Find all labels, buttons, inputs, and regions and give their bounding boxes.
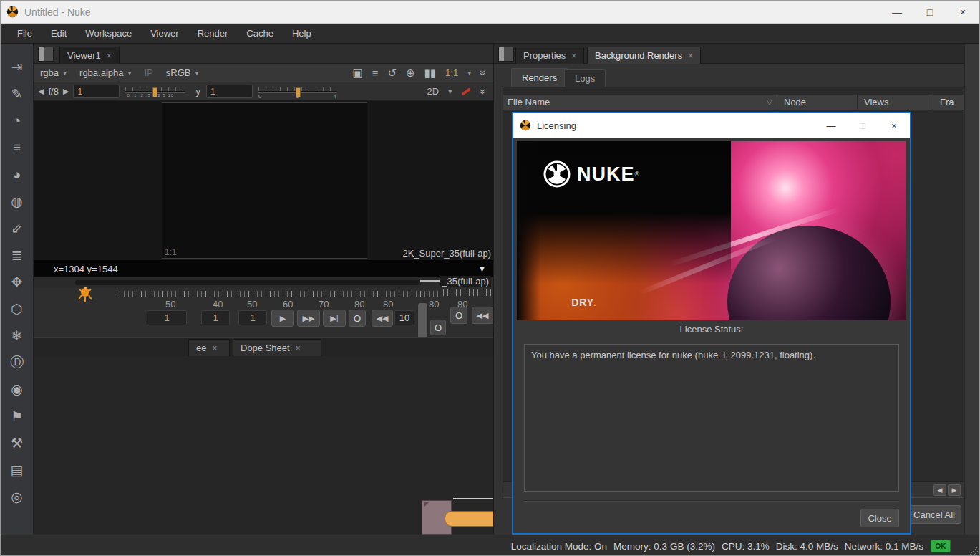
tab-close-icon[interactable]: × xyxy=(107,51,112,61)
channel-icon[interactable]: ≡ xyxy=(1,135,33,162)
draw-icon[interactable]: ✎ xyxy=(1,81,33,108)
rewind-button[interactable]: ◀◀ xyxy=(472,307,493,324)
close-icon[interactable]: × xyxy=(878,120,910,131)
timeline-scroll-handle[interactable] xyxy=(417,302,428,341)
refresh-icon[interactable]: ↺ xyxy=(387,67,397,80)
tab-dope-sheet[interactable]: Dope Sheet × xyxy=(233,339,321,356)
zoom-ratio-value[interactable]: 1:1 xyxy=(445,67,458,78)
column-views[interactable]: Views xyxy=(864,97,888,107)
zero-button[interactable]: O xyxy=(430,320,446,335)
scroll-right-icon[interactable]: ▶ xyxy=(948,484,961,496)
pane-icon[interactable] xyxy=(498,47,514,62)
menu-workspace[interactable]: Workspace xyxy=(76,28,141,39)
collapse-chevrons-icon[interactable]: » xyxy=(477,70,489,76)
timeline-ruler[interactable] xyxy=(120,291,438,297)
tab-partial[interactable]: ee × xyxy=(188,339,230,356)
gain-slider[interactable]: 0 .1 .2 .5 1 2 5 10 xyxy=(125,87,185,96)
menu-edit[interactable]: Edit xyxy=(42,28,76,39)
cancel-all-button[interactable]: Cancel All xyxy=(907,505,961,524)
next-arrow-icon[interactable]: ▶ xyxy=(59,87,73,96)
sample-brush-icon[interactable] xyxy=(461,87,471,95)
resize-grip[interactable] xyxy=(968,545,978,555)
status-badge: OK xyxy=(931,540,951,552)
tab-close-icon[interactable]: × xyxy=(296,343,301,353)
selected-node[interactable] xyxy=(445,511,500,527)
toolsets-icon[interactable]: ⚒ xyxy=(1,430,33,457)
colorspace-select[interactable]: sRGB ▾ xyxy=(160,67,205,78)
chevron-down-icon[interactable]: ▾ xyxy=(448,87,452,95)
menu-file[interactable]: File xyxy=(8,28,42,39)
particles-icon[interactable]: ❄ xyxy=(1,322,33,350)
filter-icon[interactable]: ◍ xyxy=(1,188,33,216)
viewer-canvas[interactable]: 1:1 2K_Super_35(full-ap) xyxy=(34,101,493,260)
pane-icon[interactable] xyxy=(38,47,54,62)
tab-properties[interactable]: Properties × xyxy=(515,47,584,64)
skip-end-button[interactable]: ▶| xyxy=(323,310,346,327)
image-icon[interactable]: ⇥ xyxy=(1,54,33,81)
maximize-icon[interactable]: □ xyxy=(847,120,878,131)
3d-icon[interactable]: ⬡ xyxy=(1,296,33,323)
play-step-button[interactable]: ▶▶ xyxy=(297,310,320,327)
playhead-marker-icon[interactable] xyxy=(73,285,97,307)
color-icon[interactable]: ◕ xyxy=(1,161,33,188)
menu-viewer[interactable]: Viewer xyxy=(141,28,188,39)
tab-close-icon[interactable]: × xyxy=(212,343,217,353)
keyer-icon[interactable]: ⇙ xyxy=(1,215,33,242)
channels-select[interactable]: rgba ▾ xyxy=(34,67,73,78)
zero-button[interactable]: O xyxy=(349,310,366,327)
maximize-icon[interactable]: □ xyxy=(913,6,946,18)
scroll-left-icon[interactable]: ◀ xyxy=(933,484,946,496)
minimize-icon[interactable]: — xyxy=(880,6,913,18)
frame-field[interactable]: 1 xyxy=(147,310,187,325)
close-button[interactable]: Close xyxy=(860,509,899,527)
increment-field[interactable]: 10 xyxy=(394,310,414,325)
gain-input[interactable]: 1 xyxy=(73,85,120,98)
deep-icon[interactable]: Ⓓ xyxy=(1,350,33,377)
roi-icon[interactable]: ⊕ xyxy=(406,67,415,80)
tab-close-icon[interactable]: × xyxy=(571,51,576,61)
column-divider[interactable] xyxy=(777,95,777,110)
column-node[interactable]: Node xyxy=(784,97,806,107)
sort-icon[interactable]: ▽ xyxy=(767,98,772,106)
transform-icon[interactable]: ✥ xyxy=(1,269,33,296)
infobar-dropdown-icon[interactable]: ▼ xyxy=(478,264,486,273)
zero-button[interactable]: O xyxy=(450,307,467,324)
rewind-button[interactable]: ◀◀ xyxy=(372,310,393,327)
metadata-icon[interactable]: ⚑ xyxy=(1,403,33,431)
gamma-input[interactable]: 1 xyxy=(206,85,253,98)
chevron-down-icon[interactable]: ▾ xyxy=(467,69,471,77)
pause-icon[interactable]: ▮▮ xyxy=(424,67,437,80)
input-process-button[interactable]: IP xyxy=(138,67,160,78)
subtab-renders[interactable]: Renders xyxy=(511,68,568,87)
monitor-out-icon[interactable]: ▣ xyxy=(352,67,362,80)
play-button[interactable]: ▶ xyxy=(271,310,294,327)
column-divider[interactable] xyxy=(857,95,858,110)
menu-cache[interactable]: Cache xyxy=(237,28,283,39)
flame-icon[interactable]: ◎ xyxy=(1,484,33,511)
time-icon[interactable]: ◔ xyxy=(1,107,33,135)
gamma-slider[interactable]: 0 1 4 xyxy=(258,87,337,96)
merge-icon[interactable]: ≣ xyxy=(1,242,33,269)
close-icon[interactable]: × xyxy=(946,6,979,18)
other-icon[interactable]: ▤ xyxy=(1,457,33,484)
dimension-select[interactable]: 2D xyxy=(427,86,440,97)
layout-lines-icon[interactable]: ≡ xyxy=(372,67,379,79)
tab-close-icon[interactable]: × xyxy=(688,51,693,61)
column-file-name[interactable]: File Name xyxy=(508,97,550,107)
menu-help[interactable]: Help xyxy=(283,28,321,39)
frame-field[interactable]: 1 xyxy=(201,310,230,325)
views-icon[interactable]: ◉ xyxy=(1,376,33,403)
collapse-chevrons-icon[interactable]: » xyxy=(477,89,489,95)
column-frames[interactable]: Fra xyxy=(940,97,954,107)
minimize-icon[interactable]: — xyxy=(815,120,847,131)
subtab-logs[interactable]: Logs xyxy=(564,70,606,87)
horizontal-scrollbar[interactable] xyxy=(75,280,419,285)
prev-arrow-icon[interactable]: ◀ xyxy=(34,87,48,96)
frame-field[interactable]: 1 xyxy=(238,310,267,325)
tab-background-renders[interactable]: Background Renders × xyxy=(587,47,701,64)
column-divider[interactable] xyxy=(933,95,933,110)
layer-select[interactable]: rgba.alpha ▾ xyxy=(73,67,137,78)
aperture-label[interactable]: f/8 xyxy=(48,86,58,97)
tab-viewer1[interactable]: Viewer1 × xyxy=(59,47,120,64)
menu-render[interactable]: Render xyxy=(188,28,238,39)
